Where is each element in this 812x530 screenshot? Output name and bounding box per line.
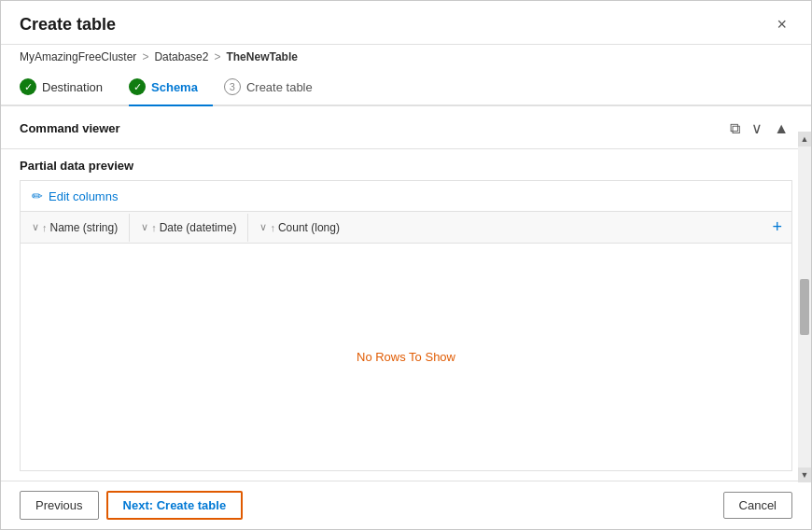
steps-nav: ✓ Destination ✓ Schema 3 Create table (1, 69, 811, 106)
close-button[interactable]: × (771, 14, 792, 35)
step-create-table[interactable]: 3 Create table (224, 69, 328, 105)
expand-button[interactable]: ∨ (748, 118, 766, 139)
step-destination[interactable]: ✓ Destination (20, 69, 118, 105)
col-chevron-count: ∨ (259, 221, 267, 233)
create-table-dialog: Create table × MyAmazingFreeCluster > Da… (0, 0, 812, 530)
partial-preview-title: Partial data preview (20, 159, 133, 173)
step-schema[interactable]: ✓ Schema (129, 69, 213, 106)
scroll-up-arrow[interactable]: ▲ (798, 132, 811, 146)
breadcrumb-database: Database2 (154, 50, 208, 63)
footer-left-actions: Previous Next: Create table (20, 491, 243, 520)
col-header-name[interactable]: ∨ ↑ Name (string) (21, 214, 130, 242)
col-sort-name: ↑ (42, 222, 48, 233)
next-button[interactable]: Next: Create table (106, 491, 244, 520)
scroll-up-button[interactable]: ▲ (770, 119, 792, 139)
command-viewer-actions: ⧉ ∨ ▲ (726, 118, 792, 139)
add-column-button[interactable]: + (763, 212, 791, 243)
col-header-count[interactable]: ∨ ↑ Count (long) (248, 214, 351, 242)
step-check-icon-schema: ✓ (129, 78, 146, 95)
dialog-title: Create table (20, 15, 116, 35)
table-header: ∨ ↑ Name (string) ∨ ↑ Date (datetime) ∨ … (21, 212, 791, 244)
col-chevron-date: ∨ (141, 221, 148, 233)
scrollbar[interactable]: ▲ ▼ (798, 132, 811, 481)
breadcrumb: MyAmazingFreeCluster > Database2 > TheNe… (1, 45, 811, 69)
copy-button[interactable]: ⧉ (726, 119, 744, 139)
col-sort-count: ↑ (270, 222, 275, 233)
dialog-body: Command viewer ⧉ ∨ ▲ Partial data previe… (1, 106, 811, 481)
breadcrumb-sep1: > (142, 50, 148, 63)
dialog-footer: Previous Next: Create table Cancel (1, 481, 811, 529)
table-body: No Rows To Show (21, 244, 791, 470)
col-chevron-name: ∨ (32, 221, 39, 233)
scroll-thumb (800, 279, 809, 335)
col-label-count: Count (long) (278, 221, 340, 234)
edit-columns-label: Edit columns (49, 189, 118, 203)
col-label-name: Name (string) (50, 221, 119, 234)
cancel-button[interactable]: Cancel (723, 492, 792, 519)
step-label-schema: Schema (151, 80, 198, 94)
previous-button[interactable]: Previous (20, 491, 99, 520)
edit-icon: ✏ (32, 188, 43, 203)
edit-columns-bar[interactable]: ✏ Edit columns (21, 181, 791, 212)
col-label-date: Date (datetime) (160, 221, 237, 234)
col-sort-date: ↑ (151, 222, 157, 233)
no-rows-text: No Rows To Show (357, 350, 455, 364)
data-table-container: ✏ Edit columns ∨ ↑ Name (string) ∨ ↑ Dat… (20, 180, 792, 471)
breadcrumb-cluster: MyAmazingFreeCluster (20, 50, 136, 63)
step-number-create-table: 3 (224, 78, 241, 95)
breadcrumb-table: TheNewTable (226, 50, 297, 63)
scroll-down-arrow[interactable]: ▼ (798, 467, 811, 481)
command-viewer-section: Command viewer ⧉ ∨ ▲ (1, 106, 811, 149)
breadcrumb-sep2: > (214, 50, 220, 63)
step-label-create-table: Create table (246, 80, 313, 94)
dialog-header: Create table × (1, 1, 811, 45)
step-check-icon-destination: ✓ (20, 78, 36, 95)
col-header-date[interactable]: ∨ ↑ Date (datetime) (130, 214, 248, 242)
step-label-destination: Destination (42, 80, 103, 94)
partial-preview-header: Partial data preview (1, 149, 811, 180)
command-viewer-title: Command viewer (20, 121, 120, 135)
